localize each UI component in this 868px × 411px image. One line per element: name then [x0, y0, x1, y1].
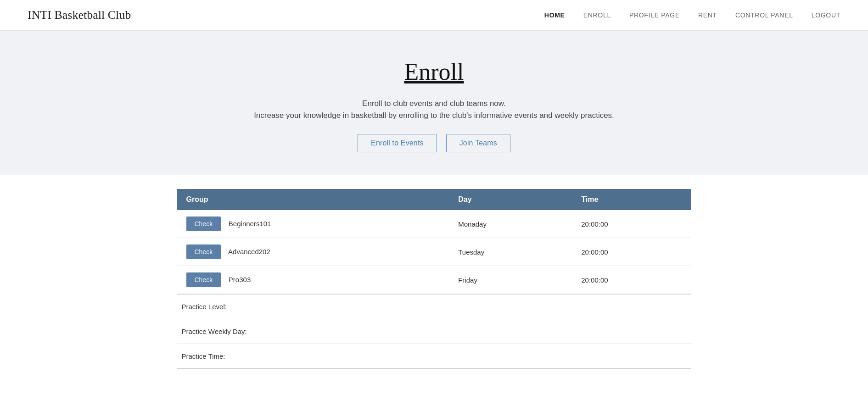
practice-time-label: Practice Time: — [182, 352, 225, 360]
practice-day-label: Practice Weekly Day: — [182, 328, 247, 335]
hero-section: Enroll Enroll to club events and club te… — [0, 31, 868, 175]
table-header: Group Day Time — [177, 189, 691, 210]
row2-day: Tuesday — [449, 238, 572, 266]
nav-link-control[interactable]: CONTROL PANEL — [735, 11, 793, 19]
nav-link-home[interactable]: HOME — [544, 11, 565, 19]
hero-line1: Enroll to club events and club teams now… — [18, 99, 850, 108]
row1-day: Monaday — [449, 210, 572, 238]
row2-group-cell: Check Advanced202 — [177, 238, 449, 266]
check-button-1[interactable]: Check — [186, 217, 221, 231]
row3-time: 20:00:00 — [572, 266, 691, 294]
table-row: Check Advanced202 Tuesday 20:00:00 — [177, 238, 691, 266]
table-row: Check Pro303 Friday 20:00:00 — [177, 266, 691, 294]
teams-table: Group Day Time Check Beginners101 Monada… — [177, 189, 691, 294]
row1-group: Beginners101 — [229, 220, 271, 228]
practice-day-row: Practice Weekly Day: — [177, 319, 691, 344]
brand: INTI Basketball Club — [28, 8, 131, 22]
check-button-2[interactable]: Check — [186, 244, 221, 259]
nav-item-control[interactable]: CONTROL PANEL — [735, 11, 793, 19]
practice-time-row: Practice Time: — [177, 344, 691, 369]
row3-day: Friday — [449, 266, 572, 294]
hero-line2: Increase your knowledge in basketball by… — [18, 111, 850, 120]
nav-item-logout[interactable]: LOGOUT — [812, 11, 840, 19]
nav-item-enroll[interactable]: ENROLL — [583, 11, 611, 19]
practice-level-label: Practice Level: — [182, 303, 227, 311]
nav-link-logout[interactable]: LOGOUT — [812, 11, 840, 19]
row1-time: 20:00:00 — [572, 210, 691, 238]
hero-buttons: Enroll to Events Join Teams — [18, 134, 850, 152]
row2-group: Advanced202 — [228, 248, 270, 255]
nav-item-profile[interactable]: PROFILE PAGE — [629, 11, 680, 19]
row3-group: Pro303 — [229, 276, 251, 283]
practice-level-row: Practice Level: — [177, 294, 691, 319]
nav-item-home[interactable]: HOME — [544, 11, 565, 19]
col-time: Time — [572, 189, 691, 210]
page-title: Enroll — [18, 58, 850, 85]
row1-group-cell: Check Beginners101 — [177, 210, 449, 238]
nav-links: HOME ENROLL PROFILE PAGE RENT CONTROL PA… — [544, 11, 840, 19]
col-group: Group — [177, 189, 449, 210]
row3-group-cell: Check Pro303 — [177, 266, 449, 294]
table-header-row: Group Day Time — [177, 189, 691, 210]
col-day: Day — [449, 189, 572, 210]
table-row: Check Beginners101 Monaday 20:00:00 — [177, 210, 691, 238]
nav-link-rent[interactable]: RENT — [698, 11, 717, 19]
detail-section: Practice Level: Practice Weekly Day: Pra… — [177, 294, 691, 369]
nav-link-enroll[interactable]: ENROLL — [583, 11, 611, 19]
navbar: INTI Basketball Club HOME ENROLL PROFILE… — [0, 0, 868, 31]
enroll-events-button[interactable]: Enroll to Events — [358, 134, 437, 152]
row2-time: 20:00:00 — [572, 238, 691, 266]
nav-item-rent[interactable]: RENT — [698, 11, 717, 19]
table-body: Check Beginners101 Monaday 20:00:00 Chec… — [177, 210, 691, 294]
nav-link-profile[interactable]: PROFILE PAGE — [629, 11, 680, 19]
join-teams-button[interactable]: Join Teams — [446, 134, 510, 152]
main-content: Group Day Time Check Beginners101 Monada… — [150, 175, 719, 396]
check-button-3[interactable]: Check — [186, 272, 221, 287]
